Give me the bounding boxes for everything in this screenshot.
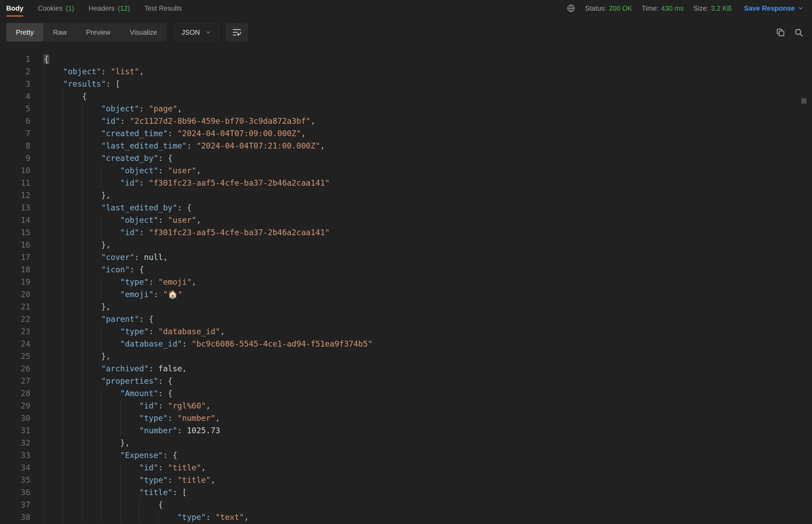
code-line: 3 "results": [ xyxy=(0,78,812,90)
indent-guide xyxy=(82,412,83,424)
indent-guide xyxy=(101,449,101,461)
code-line-content: "Expense": { xyxy=(44,449,177,461)
indent-guide xyxy=(63,362,63,375)
view-mode-switcher: PrettyRawPreviewVisualize xyxy=(6,23,167,42)
status-badge: Status: 200 OK xyxy=(585,4,632,12)
line-number: 19 xyxy=(0,276,30,288)
code-lines: 1{2 "object": "list",3 "results": [4 {5 … xyxy=(0,53,812,523)
indent-guide xyxy=(82,214,83,226)
response-meta: Status: 200 OK Time: 430 ms Size: 3.2 KB… xyxy=(567,4,804,13)
indent-guide xyxy=(63,214,63,226)
line-number: 35 xyxy=(0,474,30,486)
code-line-content: "object": "page", xyxy=(44,102,182,115)
indent-guide xyxy=(63,325,63,338)
indent-guide xyxy=(82,486,83,499)
response-body-editor[interactable]: 1{2 "object": "list",3 "results": [4 {5 … xyxy=(0,48,812,524)
indent-guide xyxy=(44,115,44,127)
indent-guide xyxy=(44,400,44,412)
code-line-content: "icon": { xyxy=(44,263,144,276)
language-dropdown[interactable]: JSON xyxy=(174,23,219,42)
indent-guide xyxy=(44,214,44,226)
indent-guide xyxy=(63,263,63,276)
code-line: 1{ xyxy=(0,53,812,65)
code-line: 6 "id": "2c1127d2-8b96-459e-bf70-3c9da87… xyxy=(0,115,812,127)
line-number: 1 xyxy=(0,53,30,65)
code-line: 13 "last_edited_by": { xyxy=(0,201,812,214)
indent-guide xyxy=(63,350,63,362)
code-line-content: { xyxy=(44,90,87,102)
indent-guide xyxy=(82,102,83,115)
indent-guide xyxy=(63,424,63,437)
indent-guide xyxy=(101,412,101,424)
indent-guide xyxy=(82,313,83,325)
indent-guide xyxy=(82,362,83,375)
code-line: 11 "id": "f301fc23-aaf5-4cfe-ba37-2b46a2… xyxy=(0,177,812,189)
indent-guide xyxy=(82,449,83,461)
indent-guide xyxy=(82,400,83,412)
code-line: 26 "archived": false, xyxy=(0,362,812,375)
view-mode-raw[interactable]: Raw xyxy=(43,23,76,42)
tab-test-results[interactable]: Test Results xyxy=(144,0,182,17)
indent-guide xyxy=(63,449,63,461)
line-number: 17 xyxy=(0,251,30,263)
code-line: 18 "icon": { xyxy=(0,263,812,276)
code-line-content: "created_time": "2024-04-04T07:09:00.000… xyxy=(44,127,306,140)
view-mode-visualize[interactable]: Visualize xyxy=(120,23,167,42)
code-line: 4 { xyxy=(0,90,812,102)
code-line-content: }, xyxy=(44,437,130,449)
code-line: 21 }, xyxy=(0,301,812,313)
copy-button[interactable] xyxy=(776,28,786,37)
indent-guide xyxy=(44,263,44,276)
code-line-content: "parent": { xyxy=(44,313,154,325)
indent-guide xyxy=(63,387,63,400)
indent-guide xyxy=(82,177,83,189)
tab-headers[interactable]: Headers(12) xyxy=(89,0,130,17)
indent-guide xyxy=(44,239,44,251)
language-dropdown-value: JSON xyxy=(182,29,200,36)
indent-guide xyxy=(44,177,44,189)
indent-guide xyxy=(82,461,83,474)
indent-guide xyxy=(101,226,101,239)
line-number: 33 xyxy=(0,449,30,461)
network-info-button[interactable] xyxy=(567,4,575,13)
indent-guide xyxy=(63,177,63,189)
code-line: 20 "emoji": "🏠" xyxy=(0,288,812,301)
search-button[interactable] xyxy=(794,28,804,37)
indent-guide xyxy=(44,511,44,523)
indent-guide xyxy=(63,201,63,214)
line-number: 22 xyxy=(0,313,30,325)
line-number: 28 xyxy=(0,387,30,400)
indent-guide xyxy=(82,325,83,338)
status-value: 200 OK xyxy=(609,4,632,12)
indent-guide xyxy=(63,301,63,313)
code-line: 19 "type": "emoji", xyxy=(0,276,812,288)
view-mode-pretty[interactable]: Pretty xyxy=(6,23,43,42)
code-line-content: }, xyxy=(44,239,111,251)
line-number: 18 xyxy=(0,263,30,276)
indent-guide xyxy=(63,226,63,239)
indent-guide xyxy=(63,152,63,164)
code-line-content: { xyxy=(44,53,49,65)
indent-guide xyxy=(44,78,44,90)
line-number: 14 xyxy=(0,214,30,226)
save-response-button[interactable]: Save Response xyxy=(744,4,804,12)
indent-guide xyxy=(82,164,83,177)
indent-guide xyxy=(44,90,44,102)
indent-guide xyxy=(63,313,63,325)
code-line: 36 "title": [ xyxy=(0,486,812,499)
code-line-content: }, xyxy=(44,189,111,201)
indent-guide xyxy=(82,350,83,362)
wrap-lines-icon xyxy=(231,27,242,38)
code-line-content: "type": "database_id", xyxy=(44,325,225,338)
code-line: 15 "id": "f301fc23-aaf5-4cfe-ba37-2b46a2… xyxy=(0,226,812,239)
view-mode-preview[interactable]: Preview xyxy=(76,23,120,42)
scrollbar-thumb[interactable] xyxy=(801,98,806,103)
line-number: 11 xyxy=(0,177,30,189)
wrap-lines-button[interactable] xyxy=(226,23,248,42)
size-label: Size: xyxy=(693,4,709,12)
tab-body[interactable]: Body xyxy=(6,0,23,17)
code-line: 30 "type": "number", xyxy=(0,412,812,424)
code-line-content: "type": "number", xyxy=(44,412,220,424)
tab-cookies[interactable]: Cookies(1) xyxy=(38,0,74,17)
time-badge: Time: 430 ms xyxy=(642,4,684,12)
